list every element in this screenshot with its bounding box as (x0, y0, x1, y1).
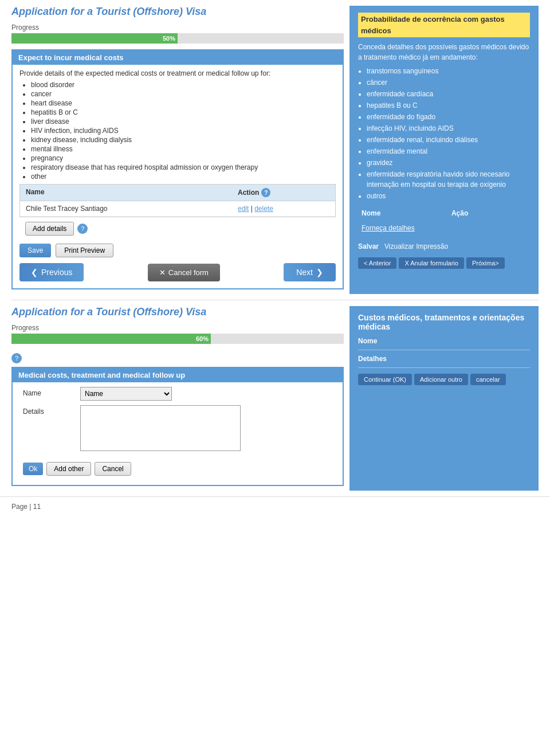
nome-label: Nome (358, 337, 530, 345)
action-help-icon[interactable]: ? (261, 188, 270, 197)
detalhes-divider (358, 367, 530, 368)
second-progress-section: Progress 60% (11, 324, 344, 344)
right-table: Nome Ação Forneça detalhes (358, 206, 530, 236)
table-row: Chile Test Tracey Santiago edit | delete (20, 201, 335, 217)
name-action-table: Name Action ? Chile Test Tracey Santiago… (19, 184, 336, 217)
chevron-right-icon (316, 268, 323, 277)
list-item: enfermidade respiratória havido sido nec… (367, 169, 530, 190)
col-acao: Ação (448, 206, 530, 221)
progress-section: Progress 50% (11, 23, 344, 44)
medical-costs-body: Name Name Details (13, 382, 343, 485)
anterior-button[interactable]: < Anterior (358, 257, 396, 269)
anular-button[interactable]: X Anular formulario (399, 257, 464, 269)
add-details-help-icon[interactable]: ? (77, 224, 88, 234)
nome-divider (358, 350, 530, 350)
previous-button[interactable]: Previous (19, 263, 84, 281)
cancel-form-button[interactable]: Cancel form (148, 264, 220, 281)
chevron-left-icon (31, 268, 38, 277)
list-item: pregnancy (31, 154, 336, 162)
help-icon-row: ? (11, 350, 344, 367)
add-other-button[interactable]: Add other (46, 462, 91, 476)
list-item: mental illness (31, 145, 336, 153)
medical-costs-header: Medical costs, treatment and medical fol… (13, 368, 343, 382)
conditions-list: blood disorder cancer heart disease hepa… (31, 81, 336, 181)
second-progress-bar-background: 60% (11, 334, 344, 344)
nav-row: Previous Cancel form Next (19, 261, 336, 284)
medical-costs-section: Medical costs, treatment and medical fol… (11, 367, 344, 486)
print-preview-button[interactable]: Print Preview (56, 244, 113, 257)
right-nav: < Anterior X Anular formulario Próxima> (358, 257, 530, 269)
list-item: gravidez (367, 158, 530, 168)
x-icon (159, 268, 166, 277)
ok-button[interactable]: Ok (23, 463, 43, 475)
list-item: hepatites B ou C (367, 100, 530, 111)
save-button[interactable]: Save (19, 244, 51, 257)
right-panel-bottom: Custos médicos, tratamentos e orientaçõe… (349, 306, 539, 491)
list-item: enfermidade renal, incluindo diálises (367, 135, 530, 145)
right-bottom-title: Custos médicos, tratamentos e orientaçõe… (358, 313, 530, 331)
col-action: Action ? (232, 185, 335, 201)
list-item: câncer (367, 77, 530, 88)
col-name: Name (20, 185, 232, 201)
continuar-button[interactable]: Continuar (OK) (358, 374, 412, 385)
save-preview-row: Save Print Preview (19, 240, 336, 261)
list-item: hepatitis B or C (31, 108, 336, 116)
bottom-buttons-row: Ok Add other Cancel (19, 457, 336, 480)
adicionar-button[interactable]: Adicionar outro (414, 374, 468, 385)
footer-text: Page | 11 (11, 503, 41, 511)
list-item: other (31, 173, 336, 181)
second-section: Application for a Tourist (Offshore) Vis… (0, 306, 550, 491)
salvar-label: Salvar (358, 241, 379, 252)
cancelar-button[interactable]: cancelar (470, 374, 506, 385)
list-item: kidney disease, including dialysis (31, 136, 336, 144)
table-header-row: Name Action ? (20, 185, 335, 201)
name-select[interactable]: Name (80, 387, 172, 401)
details-form-row: Details (19, 405, 336, 453)
list-item: enfermidade mental (367, 146, 530, 156)
details-form-field (80, 405, 332, 453)
list-item: liver disease (31, 117, 336, 126)
progress-bar-fill: 50% (11, 33, 178, 44)
progress-label: Progress (11, 23, 344, 32)
right-bottom-buttons: Continuar (OK) Adicionar outro cancelar (358, 374, 530, 385)
list-item: cancer (31, 90, 336, 98)
second-app-title: Application for a Tourist (Offshore) Vis… (11, 306, 344, 318)
right-panel-top: Probabilidade de ocorrência com gastos m… (349, 6, 539, 294)
name-form-field: Name (80, 387, 332, 401)
second-progress-percent: 60% (196, 335, 209, 342)
details-textarea[interactable] (80, 405, 241, 451)
row-name: Chile Test Tracey Santiago (26, 205, 238, 213)
list-item: enfermidade cardíaca (367, 89, 530, 99)
proxima-button[interactable]: Próxima> (466, 257, 505, 269)
col-detalhes: Forneça detalhes (358, 221, 530, 236)
name-form-label: Name (23, 387, 80, 397)
section-header: Expect to incur medical costs (13, 50, 343, 65)
list-item: outros (367, 191, 530, 201)
top-left-panel: Application for a Tourist (Offshore) Vis… (11, 6, 344, 294)
name-form-row: Name Name (19, 387, 336, 401)
second-progress-label: Progress (11, 324, 344, 332)
right-panel-list: transtornos sanguíneos câncer enfermidad… (367, 66, 530, 201)
second-progress-bar-fill: 60% (11, 334, 211, 344)
row-actions: edit | delete (238, 205, 329, 213)
second-left-panel: Application for a Tourist (Offshore) Vis… (11, 306, 344, 491)
section-help-icon[interactable]: ? (11, 353, 22, 363)
next-button[interactable]: Next (284, 263, 336, 281)
list-item: heart disease (31, 99, 336, 107)
list-item: infecção HIV, incluindo AIDS (367, 123, 530, 134)
page-footer: Page | 11 (0, 496, 550, 516)
expect-medical-costs-section: Expect to incur medical costs Provide de… (11, 49, 344, 289)
right-panel-intro: Conceda detalhes dos possíveis gastos mé… (358, 42, 530, 62)
add-details-button[interactable]: Add details (25, 222, 74, 236)
detalhes-label: Detalhes (358, 355, 530, 363)
col-nome: Nome (358, 206, 448, 221)
delete-link[interactable]: delete (254, 205, 273, 213)
section-intro: Provide details of the expected medical … (19, 69, 336, 77)
add-details-row: Add details ? (19, 217, 336, 240)
list-item: blood disorder (31, 81, 336, 89)
list-item: transtornos sanguíneos (367, 66, 530, 76)
cancel-button[interactable]: Cancel (95, 462, 131, 476)
list-item: enfermidade do fígado (367, 112, 530, 122)
details-form-label: Details (23, 405, 80, 416)
edit-link[interactable]: edit (238, 205, 249, 213)
